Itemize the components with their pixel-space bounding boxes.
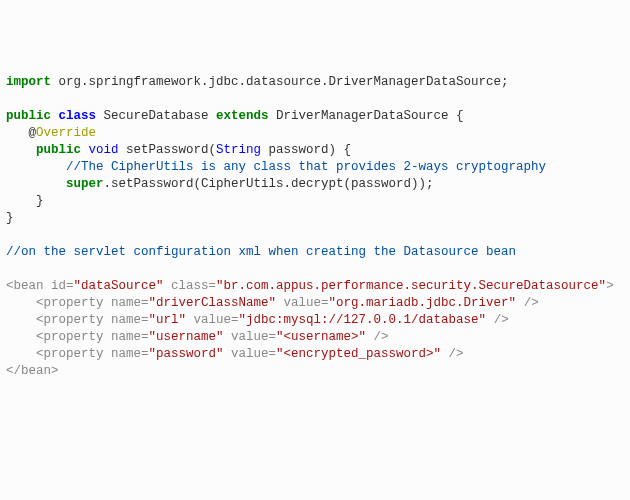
class-name: SecureDatabase: [96, 109, 216, 123]
space: [81, 143, 89, 157]
keyword-void: void: [89, 143, 119, 157]
keyword-extends: extends: [216, 109, 269, 123]
xml-bean-close: </bean>: [6, 364, 59, 378]
xml-class-value: "br.com.appus.performance.security.Secur…: [216, 279, 606, 293]
comment-servlet: //on the servlet configuration xml when …: [6, 245, 516, 259]
slash-gt: />: [441, 347, 464, 361]
slash-gt: />: [516, 296, 539, 310]
equals: =: [269, 330, 277, 344]
slash-gt: />: [366, 330, 389, 344]
xml-property-open: <property name=: [6, 296, 149, 310]
code-block: import org.springframework.jdbc.datasour…: [6, 74, 624, 380]
space: [51, 109, 59, 123]
xml-class-attr: class: [164, 279, 209, 293]
prop-name-driver: "driverClassName": [149, 296, 277, 310]
keyword-class: class: [59, 109, 97, 123]
prop-name-username: "username": [149, 330, 224, 344]
equals: =: [321, 296, 329, 310]
keyword-super: super: [66, 177, 104, 191]
xml-property-open: <property name=: [6, 313, 149, 327]
xml-id-value: "dataSource": [74, 279, 164, 293]
comment-cipher: //The CipherUtils is any class that prov…: [6, 160, 546, 174]
close-brace: }: [6, 194, 44, 208]
gt: >: [606, 279, 614, 293]
value-attr: value: [224, 347, 269, 361]
equals: =: [269, 347, 277, 361]
import-path: org.springframework.jdbc.datasource.Driv…: [51, 75, 509, 89]
keyword-public: public: [6, 109, 51, 123]
keyword-import: import: [6, 75, 51, 89]
value-attr: value: [276, 296, 321, 310]
param-tail: password) {: [261, 143, 351, 157]
prop-value-driver: "org.mariadb.jdbc.Driver": [329, 296, 517, 310]
method-name: setPassword(: [119, 143, 217, 157]
prop-value-username: "<username>": [276, 330, 366, 344]
xml-property-open: <property name=: [6, 347, 149, 361]
xml-bean-open: <bean id=: [6, 279, 74, 293]
extends-name: DriverManagerDataSource {: [269, 109, 464, 123]
slash-gt: />: [486, 313, 509, 327]
prop-value-password: "<encrypted_password>": [276, 347, 441, 361]
annotation-override: Override: [36, 126, 96, 140]
annotation-at: @: [6, 126, 36, 140]
indent: [6, 143, 36, 157]
prop-value-url: "jdbc:mysql://127.0.0.1/database": [239, 313, 487, 327]
close-brace: }: [6, 211, 14, 225]
keyword-public: public: [36, 143, 81, 157]
prop-name-password: "password": [149, 347, 224, 361]
prop-name-url: "url": [149, 313, 187, 327]
equals: =: [209, 279, 217, 293]
equals: =: [231, 313, 239, 327]
type-string: String: [216, 143, 261, 157]
super-call: .setPassword(CipherUtils.decrypt(passwor…: [104, 177, 434, 191]
indent: [6, 177, 66, 191]
xml-property-open: <property name=: [6, 330, 149, 344]
value-attr: value: [224, 330, 269, 344]
value-attr: value: [186, 313, 231, 327]
